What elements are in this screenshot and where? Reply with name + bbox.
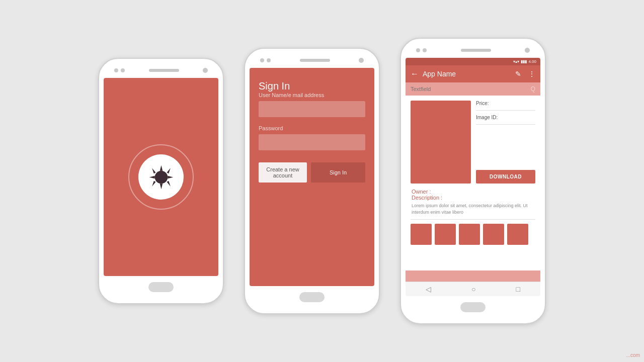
content-area: Price: Image ID: DOWNLOAD Owner : Descri… (406, 96, 540, 270)
svg-marker-5 (152, 168, 155, 173)
thumbnail-5[interactable] (507, 224, 528, 245)
app-header: ← App Name ✎ ⋮ (406, 65, 540, 82)
owner-section: Owner : Description : Lorem ipsum dolor … (411, 189, 535, 215)
signin-title: Sign In (259, 80, 290, 92)
phone-2-speaker (300, 59, 330, 62)
phone-1-top-bar (104, 68, 218, 73)
phone-3-home-btn[interactable] (460, 302, 486, 312)
nav-bar: ◁ ○ □ (406, 282, 540, 296)
svg-marker-2 (159, 184, 163, 189)
phone-3-dots (416, 48, 427, 52)
description-label: Description : (412, 195, 534, 201)
dot-5 (416, 48, 420, 52)
svg-point-0 (154, 170, 168, 184)
phone-3-top-bar (406, 48, 540, 53)
phone-1-screen (104, 78, 218, 276)
phone-2-home-btn[interactable] (299, 292, 325, 302)
svg-marker-4 (168, 175, 173, 178)
phone-1-dots (114, 68, 125, 72)
download-button[interactable]: DOWNLOAD (476, 170, 535, 184)
status-bar: ▾▴▾ ▮▮▮ 4.00 (406, 58, 540, 65)
svg-marker-7 (152, 180, 155, 186)
watermark: ...com (626, 352, 640, 358)
phone-2-dots (260, 58, 271, 62)
image-id-label: Image ID: (476, 115, 535, 120)
dot-4 (267, 58, 271, 62)
phone-2-top-bar (250, 58, 374, 63)
image-id-row: Image ID: (476, 115, 535, 125)
dot-6 (423, 48, 427, 52)
phone-2-camera (359, 58, 364, 63)
thumbnail-3[interactable] (459, 224, 480, 245)
dot-3 (260, 58, 264, 62)
status-icons: ▾▴▾ ▮▮▮ 4.00 (513, 59, 536, 64)
bottom-bar (406, 270, 540, 282)
username-input[interactable] (259, 101, 365, 117)
thumbnail-row (411, 224, 535, 245)
search-input[interactable] (411, 86, 531, 92)
dot-2 (121, 68, 125, 72)
password-input[interactable] (259, 134, 365, 150)
phone-1-camera (203, 68, 208, 73)
back-button[interactable]: ← (411, 69, 419, 78)
splash-inner-circle (138, 154, 184, 200)
create-account-button[interactable]: Create a new account (259, 162, 307, 183)
time-display: 4.00 (528, 59, 536, 64)
nav-home-icon[interactable]: ○ (471, 285, 475, 293)
nav-back-icon[interactable]: ◁ (426, 285, 431, 293)
more-options-icon[interactable]: ⋮ (528, 70, 535, 78)
wifi-icon: ▾▴▾ (513, 59, 519, 64)
edit-icon[interactable]: ✎ (515, 70, 521, 78)
phone-1-speaker (149, 69, 179, 72)
product-image (411, 101, 471, 184)
price-row: Price: (476, 101, 535, 111)
phone-3-screen: ▾▴▾ ▮▮▮ 4.00 ← App Name ✎ ⋮ Q Price: (406, 58, 540, 296)
product-section: Price: Image ID: DOWNLOAD (411, 101, 535, 184)
dot-1 (114, 68, 118, 72)
splash-outer-circle (128, 144, 194, 210)
form-buttons: Create a new account Sign In (259, 162, 365, 183)
product-info: Price: Image ID: DOWNLOAD (476, 101, 535, 184)
search-bar: Q (406, 82, 540, 96)
thumbnail-4[interactable] (483, 224, 504, 245)
phone-1-home-btn[interactable] (148, 282, 174, 292)
svg-marker-8 (167, 180, 170, 186)
thumbnail-1[interactable] (411, 224, 432, 245)
owner-label: Owner : (412, 189, 534, 195)
svg-marker-3 (149, 175, 154, 178)
search-icon[interactable]: Q (531, 85, 535, 93)
divider-1 (411, 219, 535, 220)
svg-marker-1 (159, 165, 163, 170)
nav-recents-icon[interactable]: □ (516, 285, 520, 293)
signin-button[interactable]: Sign In (311, 162, 365, 183)
username-label: User Name/e mail address (259, 92, 365, 98)
thumbnail-2[interactable] (435, 224, 456, 245)
price-label: Price: (476, 101, 535, 106)
phone-3-camera (525, 48, 530, 53)
phone-3: ▾▴▾ ▮▮▮ 4.00 ← App Name ✎ ⋮ Q Price: (400, 38, 546, 324)
signal-icon: ▮▮▮ (521, 59, 527, 64)
phone-3-speaker (461, 49, 491, 52)
lorem-text: Lorem ipsum dolor sit amet, consectetur … (412, 203, 534, 215)
svg-marker-6 (167, 168, 170, 173)
phone-2: Sign In User Name/e mail address Passwor… (244, 48, 380, 314)
phone-1 (98, 58, 224, 304)
app-title: App Name (423, 70, 508, 78)
sun-icon (147, 163, 175, 191)
password-label: Password (259, 125, 365, 131)
phone-2-screen: Sign In User Name/e mail address Passwor… (250, 68, 374, 286)
